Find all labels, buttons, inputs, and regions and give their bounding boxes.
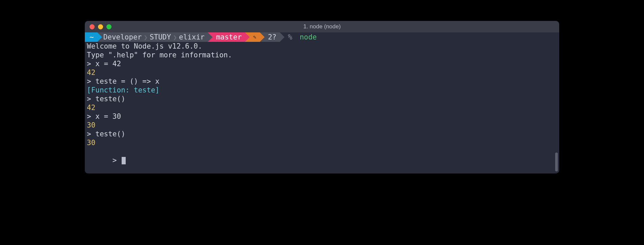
terminal-body[interactable]: ~ Developer ❯ STUDY ❯ elixir master ✎ 2?…	[85, 32, 559, 173]
repl-output: 42	[85, 68, 559, 77]
prompt-path-segment: Developer ❯ STUDY ❯ elixir	[97, 32, 208, 42]
scrollbar[interactable]	[555, 153, 558, 171]
repl-output: [Function: teste]	[85, 86, 559, 94]
repl-output: 42	[85, 103, 559, 112]
prompt-home-segment: ~	[85, 32, 97, 42]
output-welcome: Welcome to Node.js v12.6.0.	[85, 42, 559, 51]
path-elixir: elixir	[179, 33, 205, 42]
traffic-lights	[90, 24, 112, 29]
terminal-window: 1. node (node) ~ Developer ❯ STUDY ❯ eli…	[85, 21, 559, 173]
repl-input: > x = 30	[85, 112, 559, 121]
repl-output: 30	[85, 138, 559, 147]
repl-output: 30	[85, 121, 559, 130]
window-title: 1. node (node)	[303, 23, 341, 30]
close-button[interactable]	[90, 24, 95, 29]
repl-input: > teste()	[85, 130, 559, 138]
maximize-button[interactable]	[106, 24, 112, 29]
cursor-icon	[122, 157, 126, 164]
chevron-right-icon: ❯	[144, 33, 147, 42]
command-text: node	[300, 33, 317, 42]
repl-input: > x = 42	[85, 59, 559, 68]
repl-prompt-current[interactable]: >	[85, 147, 559, 173]
chevron-right-icon: ❯	[173, 33, 177, 42]
minimize-button[interactable]	[98, 24, 103, 29]
repl-input: > teste = () => x	[85, 77, 559, 86]
prompt-branch-segment: master	[208, 32, 245, 42]
repl-prompt-symbol: >	[113, 156, 121, 164]
window-titlebar[interactable]: 1. node (node)	[85, 21, 559, 32]
output-help: Type ".help" for more information.	[85, 51, 559, 59]
pencil-icon: ✎	[253, 33, 256, 42]
path-study: STUDY	[150, 33, 171, 42]
repl-input: > teste()	[85, 94, 559, 103]
shell-prompt: ~ Developer ❯ STUDY ❯ elixir master ✎ 2?…	[85, 32, 559, 42]
path-developer: Developer	[103, 33, 142, 42]
